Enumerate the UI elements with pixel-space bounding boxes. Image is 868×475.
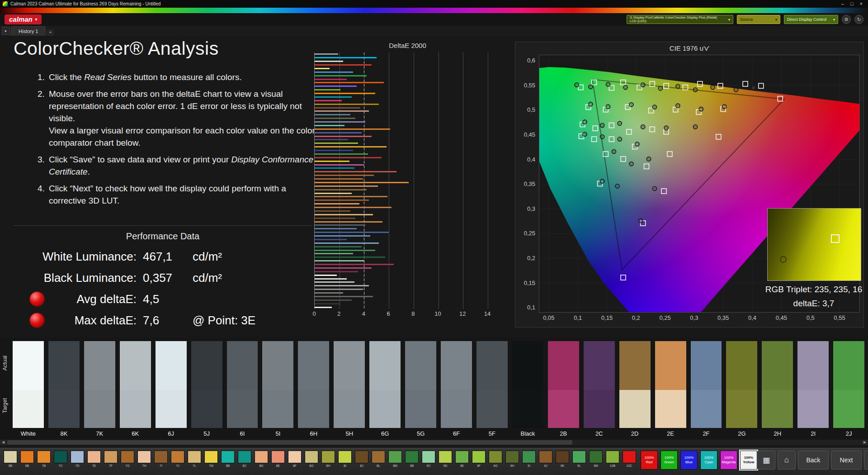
tab-history-1[interactable]: History 1 [11,26,46,36]
panel-expander-button[interactable]: ▸ [2,27,10,35]
color-patch-button[interactable]: 9C [422,451,435,467]
color-patch-button[interactable]: 9B [405,451,419,467]
deltae-error-bar[interactable] [315,271,358,272]
color-patch-button[interactable]: 8I [338,451,352,467]
deltae-error-bar[interactable] [315,303,340,304]
color-patch-button[interactable]: 7J [171,451,184,467]
deltae-error-bar[interactable] [315,150,353,151]
primary-patch-button[interactable]: 100%Green [660,451,678,470]
deltae-error-bar[interactable] [315,110,369,112]
color-patch-button[interactable]: 9M [589,451,603,467]
color-patch-button[interactable]: 9K [556,451,569,467]
deltae-error-bar[interactable] [315,146,387,147]
next-button[interactable]: Next [831,451,862,470]
deltae-error-bar[interactable] [315,189,367,190]
primary-patch-button[interactable]: 100%Red [641,451,658,470]
deltae-error-bar[interactable] [315,164,364,166]
deltae-error-bar[interactable] [315,260,364,261]
color-patch-button[interactable]: 7B [37,451,51,467]
maximize-button[interactable]: □ [850,1,854,6]
deltae-error-bar[interactable] [315,86,357,87]
deltae-error-bar[interactable] [315,64,372,66]
deltae-error-bar[interactable] [315,114,350,115]
deltae-error-bar[interactable] [315,79,347,80]
deltae-error-bar[interactable] [315,239,347,240]
deltae-error-bar[interactable] [315,200,369,201]
color-patch-button[interactable]: 9I [522,451,536,467]
settings-gear-button[interactable]: ⚙ [842,15,851,24]
scroll-thumb[interactable] [7,440,572,445]
color-patch-button[interactable]: 8J [355,451,368,467]
deltae-error-bar[interactable] [315,203,359,204]
color-patch-button[interactable]: 10C [623,451,636,467]
deltae-error-bar[interactable] [315,281,354,283]
color-patch-button[interactable]: 9F [472,451,486,467]
deltae-error-bar[interactable] [315,292,343,294]
deltae-error-bar[interactable] [315,100,342,101]
deltae-error-bar[interactable] [315,136,372,137]
color-patch-button[interactable]: 8H [321,451,335,467]
color-patch-button[interactable]: 7I [154,451,168,467]
deltae-error-bar[interactable] [315,218,355,219]
deltae-error-bar[interactable] [315,82,384,83]
color-patch-button[interactable]: 7L [188,451,201,467]
color-patch-button[interactable]: 9L [572,451,586,467]
deltae-error-bar[interactable] [315,128,390,130]
deltae-error-bar[interactable] [315,296,373,297]
deltae-error-bar[interactable] [315,104,379,105]
deltae-error-bar[interactable] [315,139,348,140]
deltae-error-bar[interactable] [315,253,353,254]
color-patch-button[interactable]: 9E [455,451,469,467]
display-control-dropdown[interactable]: Direct Display Control ▾ [784,15,838,24]
deltae-error-bar[interactable] [315,275,337,276]
deltae-error-bar[interactable] [315,185,378,187]
deltae-error-bar[interactable] [315,161,349,162]
deltae-error-bar[interactable] [315,235,370,237]
deltae-error-bar[interactable] [315,96,352,98]
deltae-error-bar[interactable] [315,171,396,172]
settings-button[interactable]: ⚙ [864,451,868,470]
deltae-error-bar[interactable] [315,196,387,197]
back-button[interactable]: Back [798,451,829,470]
color-patch-button[interactable]: 8D [255,451,268,467]
color-patch-button[interactable]: 7D [71,451,84,467]
color-patch-button[interactable]: 7M [204,451,218,467]
scroll-left-button[interactable]: ◀ [0,440,6,445]
color-patch-button[interactable]: 8C [238,451,251,467]
deltae-error-bar[interactable] [315,264,394,265]
deltae-error-bar[interactable] [315,246,362,247]
deltae-error-bar[interactable] [315,75,367,76]
color-patch-button[interactable]: 8B [221,451,235,467]
deltae-error-bar[interactable] [315,121,365,123]
deltae-error-bar[interactable] [315,210,350,212]
color-patch-button[interactable]: 9G [489,451,502,467]
deltae-error-bar[interactable] [315,167,354,169]
color-patch-button[interactable]: 8M [388,451,402,467]
deltae-error-bar[interactable] [315,153,368,155]
color-patch-button[interactable]: 9H [505,451,519,467]
deltae-error-bar[interactable] [315,232,389,233]
color-patch-button[interactable]: 7F [104,451,118,467]
close-button[interactable]: × [860,1,863,6]
calman-logo-menu[interactable]: calman ▾ [5,14,42,24]
source-dropdown[interactable]: Source ▾ [737,15,780,24]
primary-patch-button[interactable]: 100%Cyan [700,451,717,470]
color-patch-button[interactable]: 7E [87,451,101,467]
meter-dropdown[interactable]: i1 Display Pro/Calibrite ColorChecker Di… [627,15,733,24]
deltae-error-bar[interactable] [315,242,379,244]
deltae-error-bar[interactable] [315,178,363,180]
deltae-error-bar[interactable] [315,228,357,229]
deltae-error-bar[interactable] [315,61,343,62]
deltae-error-bar[interactable] [315,175,374,176]
deltae-error-bar[interactable] [315,68,330,69]
deltae-error-bar[interactable] [315,250,375,251]
deltae-error-bar[interactable] [315,53,338,55]
color-patch-button[interactable]: 8L [372,451,385,467]
deltae-error-bar[interactable] [315,157,382,158]
deltae-error-bar[interactable] [315,193,352,194]
color-patch-button[interactable]: 9J [539,451,552,467]
color-patch-button[interactable]: 8E [271,451,285,467]
minimize-button[interactable]: – [841,1,844,6]
deltae-error-bar[interactable] [315,89,340,90]
primary-patch-button[interactable]: 100%Blue [680,451,698,470]
